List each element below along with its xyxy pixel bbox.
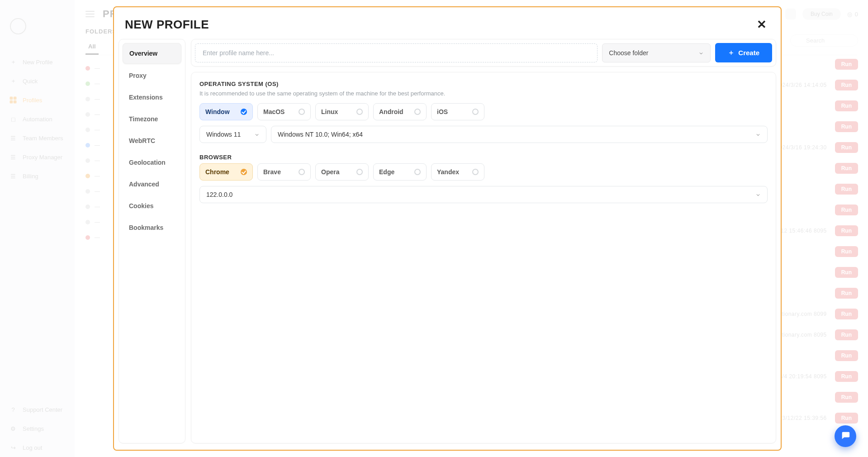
browser-version-select[interactable]: 122.0.0.0 <box>199 186 768 203</box>
radio-icon <box>414 169 421 175</box>
radio-checked-icon <box>241 109 247 115</box>
radio-icon <box>299 109 305 115</box>
os-option-macos[interactable]: MacOS <box>257 103 311 120</box>
os-option-linux[interactable]: Linux <box>315 103 369 120</box>
choose-folder-select[interactable]: Choose folder <box>602 43 711 62</box>
modal-nav-advanced[interactable]: Advanced <box>123 174 181 194</box>
os-version-select[interactable]: Windows 11 <box>199 126 266 143</box>
overview-panel: OPERATING SYSTEM (OS) It is recommended … <box>191 72 776 443</box>
modal-nav-timezone[interactable]: Timezone <box>123 109 181 129</box>
os-title: OPERATING SYSTEM (OS) <box>199 81 768 87</box>
profile-topbar: Choose folder ＋ Create <box>191 39 776 67</box>
user-agent-select[interactable]: Windows NT 10.0; Win64; x64 <box>271 126 768 143</box>
os-option-window[interactable]: Window <box>199 103 253 120</box>
radio-icon <box>472 109 479 115</box>
browser-option-edge[interactable]: Edge <box>373 163 427 181</box>
os-option-android[interactable]: Android <box>373 103 427 120</box>
choose-folder-label: Choose folder <box>609 49 648 57</box>
close-icon: ✕ <box>757 18 767 32</box>
radio-icon <box>414 109 421 115</box>
modal-nav-proxy[interactable]: Proxy <box>123 66 181 86</box>
os-option-ios[interactable]: iOS <box>431 103 484 120</box>
create-button[interactable]: ＋ Create <box>715 43 772 62</box>
chat-icon <box>840 430 850 442</box>
modal-nav: Overview Proxy Extensions Timezone WebRT… <box>119 39 185 443</box>
profile-name-input[interactable] <box>195 43 598 62</box>
os-options: Window MacOS Linux Android iOS <box>199 103 768 120</box>
radio-icon <box>472 169 479 175</box>
modal-nav-webrtc[interactable]: WebRTC <box>123 131 181 151</box>
chevron-down-icon <box>254 132 260 137</box>
radio-icon <box>299 169 305 175</box>
browser-option-yandex[interactable]: Yandex <box>431 163 484 181</box>
new-profile-modal: NEW PROFILE ✕ Overview Proxy Extensions … <box>113 6 782 451</box>
os-desc: It is recommended to use the same operat… <box>199 90 768 97</box>
browser-option-brave[interactable]: Brave <box>257 163 311 181</box>
modal-title: NEW PROFILE <box>125 18 209 32</box>
browser-option-chrome[interactable]: Chrome <box>199 163 253 181</box>
close-button[interactable]: ✕ <box>754 16 770 33</box>
modal-nav-cookies[interactable]: Cookies <box>123 196 181 216</box>
browser-title: BROWSER <box>199 154 768 161</box>
chevron-down-icon <box>698 50 704 56</box>
radio-checked-icon <box>241 169 247 175</box>
modal-nav-bookmarks[interactable]: Bookmarks <box>123 218 181 238</box>
modal-nav-extensions[interactable]: Extensions <box>123 87 181 107</box>
create-label: Create <box>738 49 759 57</box>
browser-options: Chrome Brave Opera Edge Yandex <box>199 163 768 181</box>
radio-icon <box>356 169 363 175</box>
chevron-down-icon <box>755 132 761 137</box>
chat-fab[interactable] <box>835 425 856 447</box>
browser-option-opera[interactable]: Opera <box>315 163 369 181</box>
modal-nav-geolocation[interactable]: Geolocation <box>123 152 181 172</box>
plus-icon: ＋ <box>728 48 735 57</box>
chevron-down-icon <box>755 192 761 197</box>
radio-icon <box>356 109 363 115</box>
modal-nav-overview[interactable]: Overview <box>123 43 181 64</box>
